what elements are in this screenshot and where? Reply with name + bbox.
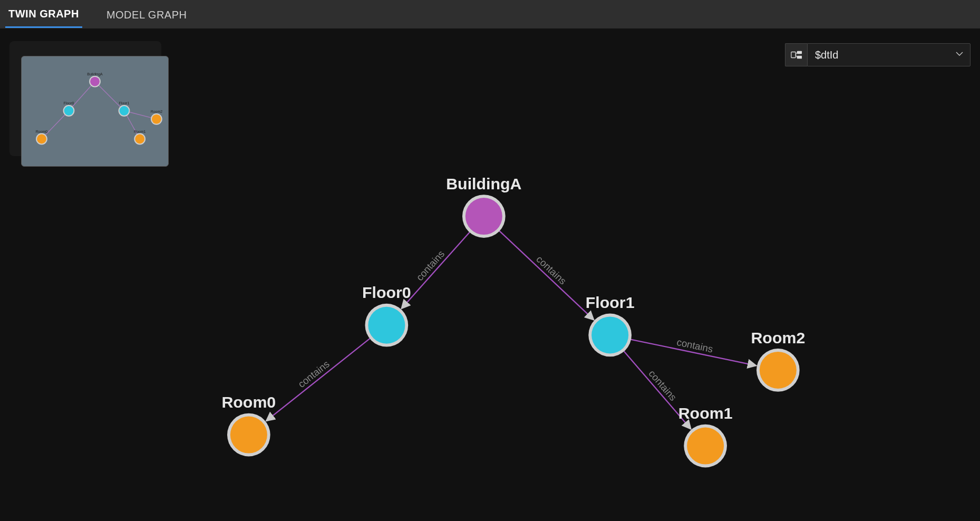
node-label: Room1 [678,404,733,422]
edge-label: contains [534,254,568,287]
tab-model-graph[interactable]: MODEL GRAPH [103,2,190,27]
node-room2[interactable]: Room2 [751,329,805,392]
edge-BuildingA-Floor0[interactable] [401,232,470,309]
node-label: Floor0 [362,284,411,301]
node-label: Room2 [751,329,805,346]
node-label: Room0 [221,393,276,411]
edge-Floor1-Room1[interactable] [624,351,691,429]
svg-point-10 [591,316,628,353]
edge-label: contains [414,248,447,283]
tab-bar: TWIN GRAPH MODEL GRAPH [0,0,980,28]
edge-label: contains [646,368,678,403]
edge-BuildingA-Floor1[interactable] [499,230,594,320]
node-room1[interactable]: Room1 [678,404,733,467]
node-room0[interactable]: Room0 [221,393,276,456]
svg-point-8 [368,307,405,344]
node-floor1[interactable]: Floor1 [586,294,635,356]
edge-label: contains [296,358,332,390]
edge-label: contains [676,336,714,355]
node-label: Floor1 [586,294,635,311]
svg-point-12 [230,417,267,454]
svg-point-16 [760,352,797,389]
node-floor0[interactable]: Floor0 [362,284,411,346]
graph-canvas[interactable]: BuildingAFloor0Floor1Room0Room1Room2 $dt… [0,28,980,521]
svg-point-6 [465,198,502,235]
svg-point-14 [687,428,724,465]
edge-Floor1-Room2[interactable] [630,340,756,366]
edge-Floor0-Room0[interactable] [266,338,371,421]
node-label: BuildingA [446,175,521,192]
node-buildinga[interactable]: BuildingA [446,175,521,238]
tab-twin-graph[interactable]: TWIN GRAPH [5,1,82,28]
